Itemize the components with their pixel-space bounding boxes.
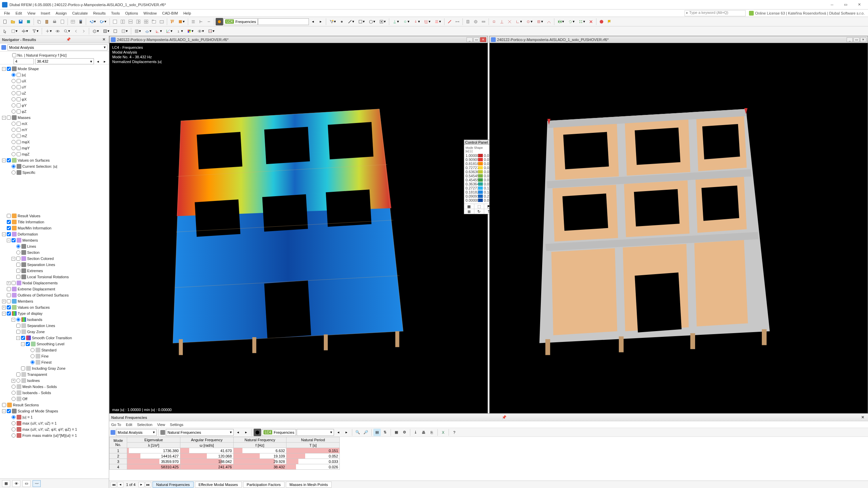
snap-center-icon[interactable]: ▾ [524,18,534,25]
results-tab-mesh[interactable]: Masses in Mesh Points [286,482,332,488]
block-icon[interactable] [25,18,32,25]
layout-1-icon[interactable] [111,18,119,25]
menu-edit[interactable]: Edit [13,11,25,16]
tree-u[interactable]: |u| [22,73,26,77]
viewport-left[interactable]: 240122-Portico-y-Mamposteria-AISLADO_1_s… [109,36,488,413]
save-icon[interactable] [17,18,24,25]
results-toggle-icon[interactable] [216,18,223,25]
lc-next-icon[interactable]: ▸ [317,18,324,25]
results-grid-icon[interactable]: ▦ [393,429,400,436]
nav-tab-display-icon[interactable]: 👁 [12,480,20,487]
menu-calculate[interactable]: Calculate [70,11,91,16]
print-preview-icon[interactable] [59,18,66,25]
nav-tab-data-icon[interactable]: ▦ [2,480,10,487]
clip-icon[interactable]: ▾ [206,27,216,35]
results-close-icon[interactable]: ✕ [861,415,866,420]
th-mode[interactable]: ModeNo. [110,437,127,448]
navigator-tree[interactable]: −Mode Shape |u| uX uY uZ φX φY φZ −Masse… [0,64,109,479]
menu-cadbim[interactable]: CAD-BIM [159,11,180,16]
viewport-max-icon[interactable]: ▭ [473,37,479,42]
loadcase-selector[interactable]: LC4Frequencies [223,18,258,25]
menu-insert[interactable]: Insert [38,11,53,16]
visibility-icon[interactable]: ▾ [196,27,206,35]
cursor-icon[interactable] [1,27,9,35]
results-tab-freq[interactable]: Natural Frequencies [153,482,194,488]
tree-ux[interactable]: uX [22,79,26,83]
wireframe-icon[interactable] [112,27,119,35]
rotate-icon[interactable]: ▾ [566,18,576,25]
navigator-close-icon[interactable]: ✕ [101,37,106,42]
move-icon[interactable]: ▾ [43,27,54,35]
table-row[interactable]: 1 1736.380 41.670 6.632 0.151 [110,448,340,453]
flag-icon[interactable] [606,18,613,25]
cp-foot-2-icon[interactable]: ↻ [474,209,485,214]
layout-4-icon[interactable] [142,18,150,25]
tree-collapse-icon[interactable] [205,18,213,25]
support-icon[interactable]: ▾ [391,18,401,25]
tree-radio[interactable] [12,73,16,77]
menu-assign[interactable]: Assign [53,11,70,16]
lineload-icon[interactable]: ▾ [422,18,432,25]
tree-uz[interactable]: uZ [22,91,26,95]
undo-button[interactable]: ▾ [87,18,98,25]
expand-icon[interactable]: − [2,67,6,71]
viewport-close-icon[interactable]: ✕ [480,37,486,42]
results-settings-icon[interactable]: ⚙ [401,429,408,436]
selection-new-icon[interactable]: ▾ [328,18,338,25]
transparency-icon[interactable]: ▾ [119,27,130,35]
cp-tab-1-icon[interactable]: ▦ [464,204,474,209]
view-iso-icon[interactable]: ▾ [91,27,101,35]
menu-options[interactable]: Options [122,11,141,16]
results-table[interactable]: ModeNo. Eigenvalue Angular Frequency Nat… [109,437,340,470]
orbit-icon[interactable] [54,27,61,35]
results-lc-prev-icon[interactable]: ◂ [335,429,342,436]
mode-prev-icon[interactable]: ◂ [95,59,101,64]
results-zoom-icon[interactable]: 🔍 [354,429,361,436]
render-icon[interactable]: ▾ [101,27,111,35]
cp-foot-1-icon[interactable]: ⊞ [464,209,474,214]
menu-window[interactable]: Window [141,11,159,16]
selection-filter-icon[interactable]: ▾ [30,27,40,35]
numbering-icon[interactable]: 1▾ [175,27,185,35]
surfload-icon[interactable]: ▾ [433,18,443,25]
align-dropdown-icon[interactable]: ▾ [176,18,186,25]
page-next-icon[interactable]: ▸ [138,482,144,487]
layout-tabs-icon[interactable] [150,18,158,25]
viewport-max-icon[interactable]: ▭ [853,37,860,42]
section-prop-icon[interactable] [464,18,472,25]
layout-3-icon[interactable] [135,18,142,25]
new-file-icon[interactable] [1,18,9,25]
workplane-icon[interactable]: ▾ [143,27,153,35]
dimension-icon[interactable] [454,18,461,25]
results-tab-participation[interactable]: Participation Factors [243,482,284,488]
results-find-icon[interactable]: 🔎 [362,429,370,436]
snap-endpoint-icon[interactable] [490,18,498,25]
snap-perp-icon[interactable]: ▾ [514,18,524,25]
results-next-icon[interactable]: ▸ [242,429,250,436]
solid-icon[interactable]: ▾ [367,18,377,25]
next-view-icon[interactable] [80,27,87,35]
layout-2v-icon[interactable] [119,18,126,25]
table-row[interactable]: 4 58310.425 241.476 38.432 0.026 [110,464,340,470]
measure-icon[interactable] [446,18,453,25]
delete-icon[interactable] [587,18,595,25]
menu-tools[interactable]: Tools [108,11,122,16]
close-button[interactable]: ✕ [852,1,866,9]
ucs-icon[interactable]: ▾ [154,27,164,35]
thickness-icon[interactable] [480,18,487,25]
grid-icon[interactable]: ▾ [133,27,143,35]
redo-button[interactable]: ▾ [98,18,108,25]
freq-header-check[interactable] [12,53,16,57]
menu-help[interactable]: Help [181,11,194,16]
maximize-button[interactable]: ▭ [839,1,852,9]
results-lc-selector[interactable]: LC4Frequencies [262,429,296,436]
viewport-min-icon[interactable]: _ [847,37,853,42]
copy-icon[interactable] [35,18,43,25]
pan-icon[interactable]: ▾ [20,27,30,35]
opening-icon[interactable]: ▾ [377,18,388,25]
results-prev-icon[interactable]: ◂ [234,429,242,436]
menu-view[interactable]: View [25,11,38,16]
table-icon[interactable] [69,18,77,25]
calculator-icon[interactable] [77,18,84,25]
tree-expand-icon[interactable] [197,18,205,25]
